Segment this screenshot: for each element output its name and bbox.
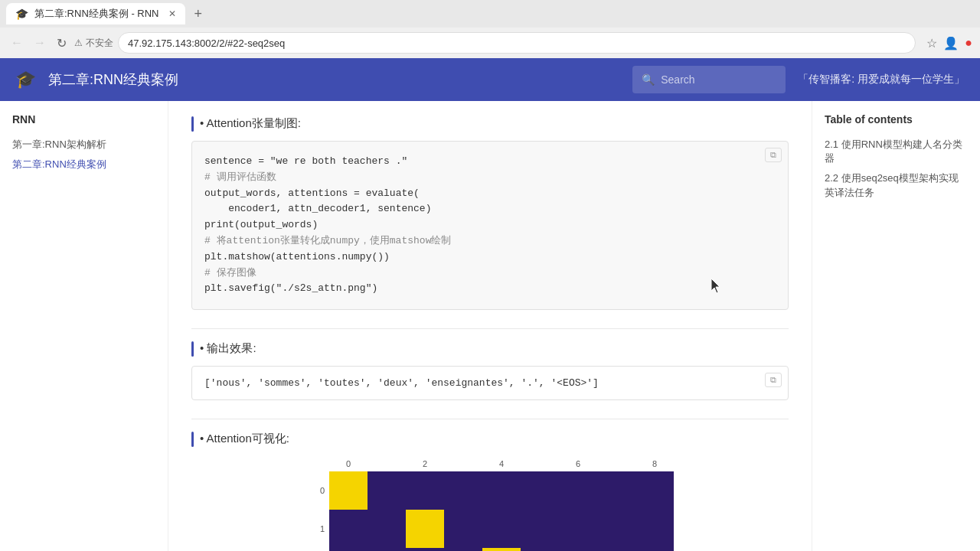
section-border-2 bbox=[191, 341, 194, 357]
code-line-5: print(output_words) bbox=[204, 217, 776, 233]
section-marker-attention-plot: • Attention张量制图: bbox=[191, 116, 789, 132]
x-label-3 bbox=[444, 459, 482, 468]
x-label-7 bbox=[597, 459, 635, 468]
section-label-output: • 输出效果: bbox=[200, 341, 256, 356]
back-button[interactable]: ← bbox=[8, 33, 26, 53]
url-text: 47.92.175.143:8002/2/#22-seq2seq bbox=[128, 37, 285, 49]
toc-panel: Table of contents 2.1 使用RNN模型构建人名分类器 2.2… bbox=[812, 101, 980, 551]
cell-1-8 bbox=[635, 510, 674, 548]
heatmap-chart-area: 0 2 4 6 8 0 bbox=[191, 459, 789, 551]
heatmap-row-0: 0 bbox=[306, 471, 674, 510]
code-line-4: encoder1, attn_decoder1, sentence) bbox=[204, 201, 776, 217]
section-attention-viz: • Attention可视化: 0 2 4 6 8 bbox=[191, 432, 789, 551]
main-layout: RNN 第一章:RNN架构解析 第二章:RNN经典案例 • Attention张… bbox=[0, 101, 980, 551]
copy-button-output[interactable]: ⧉ bbox=[765, 373, 782, 387]
cell-2-7 bbox=[597, 548, 635, 551]
y-label-1: 1 bbox=[306, 524, 329, 533]
cell-0-8 bbox=[635, 471, 674, 510]
search-placeholder: Search bbox=[661, 73, 694, 86]
heatmap-row-1: 1 bbox=[306, 510, 674, 548]
code-line-6: # 将attention张量转化成numpy，使用matshow绘制 bbox=[204, 233, 776, 249]
x-label-0: 0 bbox=[329, 459, 368, 468]
heatmap-row-2 bbox=[306, 548, 674, 551]
app-logo-icon: 🎓 bbox=[15, 70, 36, 90]
toolbar-icons: ☆ 👤 ● bbox=[926, 36, 972, 51]
cell-0-5 bbox=[521, 471, 559, 510]
cell-2-8 bbox=[635, 548, 674, 551]
output-block: ⧉ ['nous', 'sommes', 'toutes', 'deux', '… bbox=[191, 366, 789, 400]
heatmap-chart: 0 2 4 6 8 0 bbox=[306, 459, 674, 551]
cell-2-2 bbox=[406, 548, 444, 551]
app-navbar: 🎓 第二章:RNN经典案例 🔍 Search 「传智播客: 用爱成就每一位学生」 bbox=[0, 58, 980, 101]
sidebar-item-chapter1[interactable]: 第一章:RNN架构解析 bbox=[12, 135, 155, 155]
section-border-3 bbox=[191, 432, 194, 447]
cell-1-4 bbox=[482, 510, 521, 548]
profile-button[interactable]: 👤 bbox=[943, 36, 959, 51]
cell-2-5 bbox=[521, 548, 559, 551]
toc-item-2-2[interactable]: 2.2 使用seq2seq模型架构实现英译法任务 bbox=[825, 168, 968, 202]
cell-1-6 bbox=[559, 510, 597, 548]
sidebar-title: RNN bbox=[12, 113, 155, 126]
forward-button[interactable]: → bbox=[31, 33, 49, 53]
browser-toolbar: ← → ↻ ⚠ 不安全 47.92.175.143:8002/2/#22-seq… bbox=[0, 28, 980, 58]
toc-item-2-1[interactable]: 2.1 使用RNN模型构建人名分类器 bbox=[825, 135, 968, 168]
heatmap-x-axis: 0 2 4 6 8 bbox=[329, 459, 674, 468]
section-label-viz: • Attention可视化: bbox=[200, 432, 289, 446]
cell-2-3 bbox=[444, 548, 482, 551]
tab-close-button[interactable]: ✕ bbox=[168, 8, 176, 19]
tab-title: 第二章:RNN经典案例 - RNN bbox=[34, 7, 159, 21]
code-line-9: plt.savefig("./s2s_attn.png") bbox=[204, 281, 776, 297]
code-line-1: sentence = "we re both teachers ." bbox=[204, 154, 776, 170]
cell-0-7 bbox=[597, 471, 635, 510]
new-tab-button[interactable]: + bbox=[191, 6, 206, 22]
active-tab[interactable]: 🎓 第二章:RNN经典案例 - RNN ✕ bbox=[6, 3, 185, 24]
code-line-8: # 保存图像 bbox=[204, 266, 776, 282]
menu-button[interactable]: ● bbox=[965, 36, 972, 51]
y-label-0: 0 bbox=[306, 486, 329, 495]
section-label-attention-plot: • Attention张量制图: bbox=[200, 116, 301, 131]
app-title: 第二章:RNN经典案例 bbox=[48, 70, 620, 89]
section-border bbox=[191, 116, 194, 132]
cell-0-2 bbox=[406, 471, 444, 510]
cell-0-4 bbox=[482, 471, 521, 510]
search-box[interactable]: 🔍 Search bbox=[632, 66, 786, 93]
security-icon: ⚠ bbox=[74, 37, 83, 48]
sidebar-item-chapter2[interactable]: 第二章:RNN经典案例 bbox=[12, 155, 155, 174]
cell-1-1 bbox=[368, 510, 406, 548]
cell-2-4 bbox=[482, 548, 521, 551]
section-marker-viz: • Attention可视化: bbox=[191, 432, 789, 447]
divider-1 bbox=[191, 328, 789, 329]
code-line-7: plt.matshow(attentions.numpy()) bbox=[204, 249, 776, 266]
copy-button-attention[interactable]: ⧉ bbox=[765, 148, 782, 162]
cell-0-0 bbox=[329, 471, 368, 510]
cell-1-5 bbox=[521, 510, 559, 548]
cell-1-0 bbox=[329, 510, 368, 548]
cell-2-6 bbox=[559, 548, 597, 551]
section-marker-output: • 输出效果: bbox=[191, 341, 789, 357]
cell-2-0 bbox=[329, 548, 368, 551]
section-output: • 输出效果: ⧉ ['nous', 'sommes', 'toutes', '… bbox=[191, 341, 789, 400]
cell-1-7 bbox=[597, 510, 635, 548]
security-label: 不安全 bbox=[86, 37, 113, 50]
toc-title: Table of contents bbox=[825, 113, 968, 126]
cell-0-6 bbox=[559, 471, 597, 510]
x-label-6: 6 bbox=[559, 459, 597, 468]
navbar-slogan: 「传智播客: 用爱成就每一位学生」 bbox=[798, 73, 965, 86]
cell-2-1 bbox=[368, 548, 406, 551]
output-text: ['nous', 'sommes', 'toutes', 'deux', 'en… bbox=[204, 377, 599, 389]
bookmark-button[interactable]: ☆ bbox=[926, 36, 937, 51]
address-bar[interactable]: 47.92.175.143:8002/2/#22-seq2seq bbox=[118, 32, 916, 54]
x-label-4: 4 bbox=[482, 459, 521, 468]
code-line-3: output_words, attentions = evaluate( bbox=[204, 186, 776, 202]
x-label-2: 2 bbox=[406, 459, 444, 468]
section-attention-plot: • Attention张量制图: ⧉ sentence = "we re bot… bbox=[191, 116, 789, 310]
tab-favicon: 🎓 bbox=[15, 8, 28, 20]
cell-1-2 bbox=[406, 510, 444, 548]
search-icon: 🔍 bbox=[642, 73, 655, 86]
cell-0-3 bbox=[444, 471, 482, 510]
x-label-1 bbox=[368, 459, 406, 468]
sidebar: RNN 第一章:RNN架构解析 第二章:RNN经典案例 bbox=[0, 101, 168, 551]
reload-button[interactable]: ↻ bbox=[54, 33, 70, 54]
code-line-2: # 调用评估函数 bbox=[204, 170, 776, 186]
browser-tab-bar: 🎓 第二章:RNN经典案例 - RNN ✕ + bbox=[0, 0, 980, 28]
